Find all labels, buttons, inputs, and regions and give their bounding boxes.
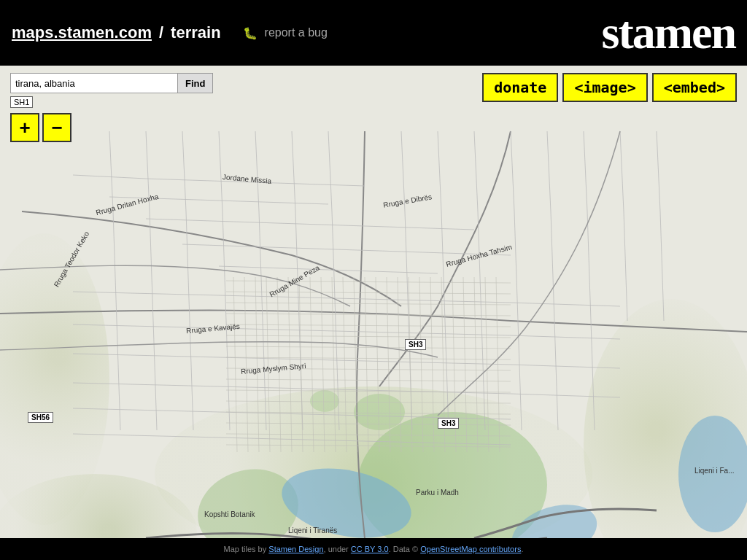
image-button[interactable]: <image> <box>562 73 647 102</box>
header-left: maps.stamen.com / terrain 🐛 report a bug <box>12 23 601 42</box>
osm-link[interactable]: OpenStreetMap contributors <box>420 545 521 553</box>
map-container[interactable]: Rruga Dritan Hoxha Rruga Teodor Keko Jor… <box>0 66 747 538</box>
zoom-out-button[interactable]: − <box>42 113 71 142</box>
stamen-design-link[interactable]: Stamen Design <box>268 545 323 553</box>
zoom-controls: + − <box>10 113 71 142</box>
find-button[interactable]: Find <box>178 73 213 93</box>
search-bar: Find SH1 <box>10 73 213 108</box>
cc-license-link[interactable]: CC BY 3.0 <box>351 545 389 553</box>
header: maps.stamen.com / terrain 🐛 report a bug… <box>0 0 747 66</box>
embed-button[interactable]: <embed> <box>652 73 737 102</box>
search-input[interactable] <box>10 73 178 93</box>
zoom-in-button[interactable]: + <box>10 113 39 142</box>
sh1-badge: SH1 <box>10 96 33 108</box>
action-buttons: donate <image> <embed> <box>482 73 737 102</box>
map-canvas[interactable] <box>0 66 747 538</box>
footer-license-prefix: , under <box>324 545 349 553</box>
stamen-logo: stamen <box>601 9 735 56</box>
footer-text: Map tiles by <box>224 545 267 553</box>
footer: Map tiles by Stamen Design , under CC BY… <box>0 538 747 560</box>
bug-icon: 🐛 <box>243 26 258 40</box>
footer-data-prefix: . Data © <box>389 545 419 553</box>
site-link[interactable]: maps.stamen.com <box>12 23 152 42</box>
search-row: Find <box>10 73 213 93</box>
map-type-label: terrain <box>171 23 220 42</box>
footer-period: . <box>521 545 523 553</box>
report-bug-link[interactable]: report a bug <box>265 26 328 39</box>
donate-button[interactable]: donate <box>482 73 558 102</box>
separator: / <box>159 23 163 42</box>
